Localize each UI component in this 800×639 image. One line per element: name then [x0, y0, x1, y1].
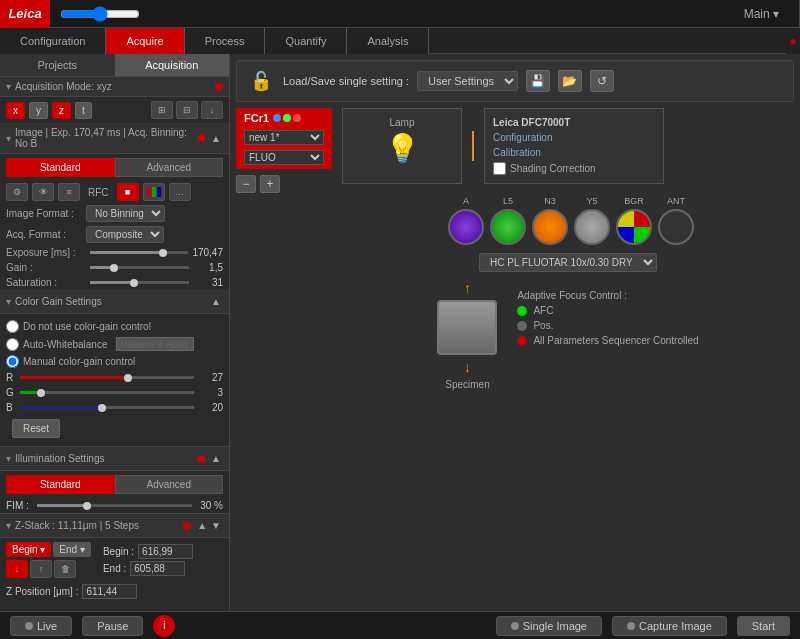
saturation-thumb[interactable] — [130, 279, 138, 287]
load-icon-btn[interactable]: 📂 — [558, 70, 582, 92]
advanced-tab[interactable]: Advanced — [115, 158, 224, 177]
trash-icon[interactable]: 🗑 — [54, 560, 76, 578]
filter-ant-circle[interactable] — [658, 209, 694, 245]
shading-checkbox[interactable] — [493, 162, 506, 175]
settings-icon[interactable]: ⚙ — [6, 183, 28, 201]
user-settings-select[interactable]: User Settings — [417, 71, 518, 91]
calibration-link[interactable]: Calibration — [493, 147, 655, 158]
left-panel-scroll[interactable]: ▾ Acquisition Mode: xyz x y z t ⊞ ⊟ ↓ ▾ … — [0, 77, 229, 611]
filter-bgr-circle[interactable] — [616, 209, 652, 245]
pause-button[interactable]: Pause — [82, 616, 143, 636]
capture-image-label: Capture Image — [639, 620, 712, 632]
main-layout: Projects Acquisition ▾ Acquisition Mode:… — [0, 54, 800, 611]
more-icon[interactable]: … — [169, 183, 191, 201]
top-slider-area[interactable] — [50, 6, 724, 22]
main-content-area: FCr1 new 1* FLUO − — [236, 108, 794, 605]
x-btn[interactable]: x — [6, 102, 25, 119]
bars-icon[interactable]: ≡ — [58, 183, 80, 201]
tab-quantify[interactable]: Quantify — [265, 28, 347, 54]
end-value-row: End : — [103, 561, 193, 576]
b-value: 20 — [198, 402, 223, 413]
begin-button[interactable]: Begin ▾ — [6, 542, 51, 557]
filter-y5-circle[interactable] — [574, 209, 610, 245]
tab-analysis[interactable]: Analysis — [347, 28, 429, 54]
refresh-icon-btn[interactable]: ↺ — [590, 70, 614, 92]
filter-bgr[interactable]: BGR — [616, 196, 652, 245]
begin-end-row: Begin ▾ End ▾ — [6, 542, 91, 557]
color-icon[interactable]: ■ — [117, 183, 139, 201]
new1-select[interactable]: new 1* — [244, 130, 324, 145]
y-btn[interactable]: y — [29, 102, 48, 119]
filter-l5[interactable]: L5 — [490, 196, 526, 245]
add-channel-btn[interactable]: + — [260, 175, 280, 193]
illum-standard-tab[interactable]: Standard — [6, 475, 115, 494]
palette-icon[interactable] — [143, 183, 165, 201]
live-button[interactable]: Live — [10, 616, 72, 636]
illum-advanced-tab[interactable]: Advanced — [115, 475, 224, 494]
acquisition-mode-label: Acquisition Mode: xyz — [15, 81, 112, 92]
close-icon[interactable]: ● — [786, 28, 800, 54]
image-format-select[interactable]: No Binning — [86, 205, 165, 222]
save-icon-btn[interactable]: 💾 — [526, 70, 550, 92]
download-icon[interactable]: ↓ — [201, 101, 223, 119]
b-thumb[interactable] — [98, 404, 106, 412]
tab-process[interactable]: Process — [185, 28, 266, 54]
projects-tab[interactable]: Projects — [0, 54, 115, 76]
filter-y5[interactable]: Y5 — [574, 196, 610, 245]
r-slider-row: R 27 — [6, 370, 223, 385]
gain-label: Gain : — [6, 262, 86, 273]
gain-thumb[interactable] — [110, 264, 118, 272]
g-thumb[interactable] — [37, 389, 45, 397]
xyz-row: x y z t ⊞ ⊟ ↓ — [0, 97, 229, 123]
top-slider[interactable] — [60, 6, 140, 22]
filter-ant[interactable]: ANT — [658, 196, 694, 245]
filter-n3-circle[interactable] — [532, 209, 568, 245]
fim-thumb[interactable] — [83, 502, 91, 510]
exposure-thumb[interactable] — [159, 249, 167, 257]
reset-button[interactable]: Reset — [12, 419, 60, 438]
no-color-radio[interactable] — [6, 320, 19, 333]
layout-icon[interactable]: ⊟ — [176, 101, 198, 119]
capture-image-button[interactable]: Capture Image — [612, 616, 727, 636]
r-thumb[interactable] — [124, 374, 132, 382]
t-btn[interactable]: t — [75, 102, 92, 119]
no-color-label: Do not use color-gain control — [23, 321, 151, 332]
z-btn[interactable]: z — [52, 102, 71, 119]
grid-icon[interactable]: ⊞ — [151, 101, 173, 119]
end-value-input[interactable] — [130, 561, 185, 576]
start-button[interactable]: Start — [737, 616, 790, 636]
main-nav-item[interactable]: Main ▾ — [724, 0, 800, 28]
objective-select[interactable]: HC PL FLUOTAR 10x/0.30 DRY — [479, 253, 657, 272]
down-arrow-icon[interactable]: ↓ — [6, 560, 28, 578]
configuration-link[interactable]: Configuration — [493, 132, 655, 143]
filter-n3[interactable]: N3 — [532, 196, 568, 245]
begin-value-input[interactable] — [138, 544, 193, 559]
scroll-up-icon[interactable]: ▲ — [209, 131, 223, 146]
scroll-up-icon3[interactable]: ▲ — [209, 451, 223, 466]
up-arrow-icon[interactable]: ↑ — [30, 560, 52, 578]
exposure-value: 170,47 — [192, 247, 223, 258]
lamp-icon: 💡 — [385, 132, 420, 165]
zstack-header: ▾ Z-Stack : 11,11μm | 5 Steps ▲ ▼ — [0, 514, 229, 538]
filter-a[interactable]: A — [448, 196, 484, 245]
single-image-button[interactable]: Single Image — [496, 616, 602, 636]
measure-apply-btn[interactable]: Measure & Apply — [116, 337, 194, 351]
standard-tab[interactable]: Standard — [6, 158, 115, 177]
acq-format-select[interactable]: Composite — [86, 226, 164, 243]
scroll-down-icon[interactable]: ▼ — [209, 518, 223, 533]
manual-radio[interactable] — [6, 355, 19, 368]
fluo-select[interactable]: FLUO — [244, 150, 324, 165]
filter-l5-circle[interactable] — [490, 209, 526, 245]
filter-a-circle[interactable] — [448, 209, 484, 245]
eye-icon[interactable]: 👁 — [32, 183, 54, 201]
remove-channel-btn[interactable]: − — [236, 175, 256, 193]
acquisition-tab[interactable]: Acquisition — [115, 54, 230, 76]
tab-acquire[interactable]: Acquire — [106, 28, 184, 54]
tab-configuration[interactable]: Configuration — [0, 28, 106, 54]
scroll-up-icon2[interactable]: ▲ — [209, 294, 223, 309]
autowhite-radio[interactable] — [6, 338, 19, 351]
end-button[interactable]: End ▾ — [53, 542, 91, 557]
zpos-input[interactable] — [82, 584, 137, 599]
info-circle-btn[interactable]: i — [153, 615, 175, 637]
scroll-up-icon4[interactable]: ▲ — [195, 518, 209, 533]
